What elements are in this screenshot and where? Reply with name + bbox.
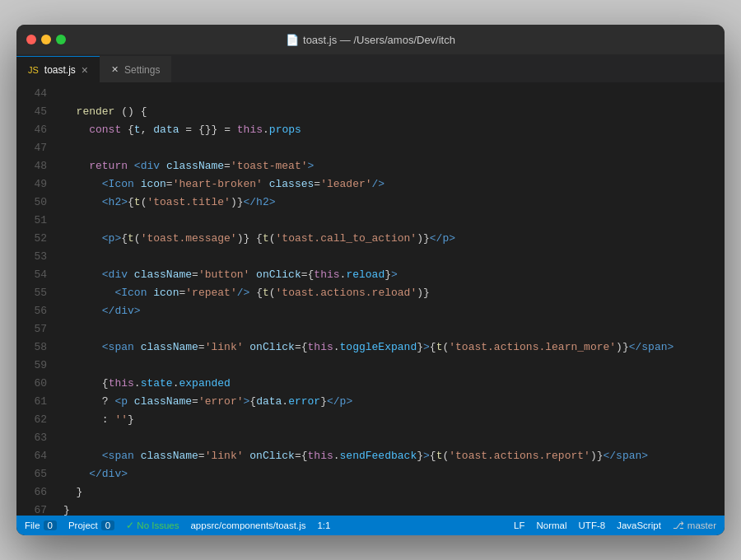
maximize-button[interactable]: [56, 35, 66, 44]
statusbar: File 0 Project 0 ✓ No Issues appsrc/comp…: [16, 516, 725, 535]
tab-close-icon[interactable]: ×: [82, 64, 88, 76]
window-title: 📄toast.js — /Users/amos/Dev/itch: [286, 34, 455, 46]
status-left: File 0 Project 0 ✓ No Issues appsrc/comp…: [25, 520, 330, 531]
line-numbers: 44 45 46 47 48 49 50 51 52 53 54 55 56 5…: [16, 83, 54, 516]
minimize-button[interactable]: [41, 35, 51, 44]
status-branch[interactable]: ⎇ master: [673, 520, 716, 531]
traffic-lights: [26, 35, 66, 44]
tab-label: Settings: [124, 64, 160, 76]
status-encoding[interactable]: UTF-8: [579, 520, 606, 530]
status-file[interactable]: File 0: [25, 520, 57, 530]
scrollbar[interactable]: [715, 83, 725, 516]
status-language[interactable]: JavaScript: [617, 520, 661, 530]
file-icon: 📄: [286, 34, 299, 46]
tab-toast-js[interactable]: JS toast.js ×: [16, 56, 100, 82]
js-icon: JS: [28, 65, 39, 75]
titlebar: 📄toast.js — /Users/amos/Dev/itch: [16, 25, 725, 54]
project-count-badge: 0: [101, 520, 114, 530]
settings-icon: ✕: [111, 64, 119, 75]
file-count-badge: 0: [44, 520, 57, 530]
status-right: LF Normal UTF-8 JavaScript ⎇ master: [514, 520, 716, 531]
tab-bar: JS toast.js × ✕ Settings: [16, 54, 725, 83]
status-no-issues[interactable]: ✓ No Issues: [126, 520, 179, 531]
tab-label: toast.js: [44, 64, 76, 76]
status-cursor[interactable]: 1:1: [317, 520, 330, 530]
status-project[interactable]: Project 0: [68, 520, 114, 530]
status-line-ending[interactable]: LF: [514, 520, 524, 530]
status-indent[interactable]: Normal: [537, 520, 567, 530]
code-editor[interactable]: render () { const {t, data = {}} = this.…: [54, 83, 715, 516]
editor-area: 44 45 46 47 48 49 50 51 52 53 54 55 56 5…: [16, 83, 725, 516]
tab-settings[interactable]: ✕ Settings: [100, 56, 171, 82]
editor-window: 📄toast.js — /Users/amos/Dev/itch JS toas…: [16, 25, 725, 535]
close-button[interactable]: [26, 35, 36, 44]
status-filepath: appsrc/components/toast.js: [190, 520, 305, 530]
